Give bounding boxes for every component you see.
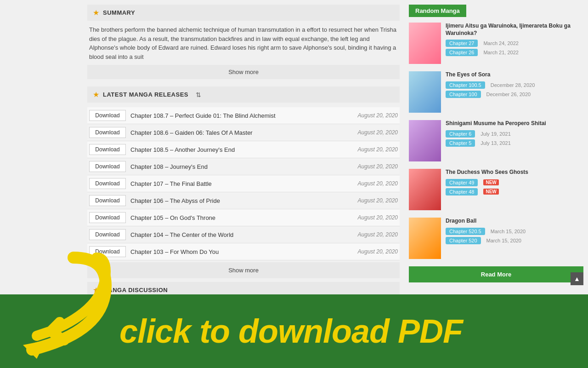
chapter-row: Download Chapter 104 – The Center of the… [87, 226, 400, 243]
chapter-badge[interactable]: Chapter 48 [446, 188, 478, 196]
chapter-badge[interactable]: Chapter 5 [446, 139, 475, 147]
manga-title: Shinigami Musume ha Peropero Shitai [446, 120, 583, 127]
arrow-container [14, 248, 115, 368]
chapter-row: Download Chapter 108.6 – Gaiden 06: Tale… [87, 124, 400, 141]
manga-cards: Ijimeru Aitsu ga Waruinoka, Ijimerareta … [409, 23, 583, 259]
chapter-list: Download Chapter 108.7 – Perfect Guide 0… [87, 107, 400, 260]
chapter-row: Download Chapter 107 – The Final Battle … [87, 175, 400, 192]
chapter-name: Chapter 103 – For Whom Do You [130, 248, 347, 255]
chapter-badge[interactable]: Chapter 26 [446, 49, 478, 56]
download-button[interactable]: Download [89, 212, 126, 223]
releases-section: ★ LATEST MANGA RELEASES ⇅ Download Chapt… [87, 86, 400, 278]
manga-info: Ijimeru Aitsu ga Waruinoka, Ijimerareta … [446, 23, 583, 64]
chapter-date: August 20, 2020 [347, 231, 398, 238]
right-sidebar: Random Manga Ijimeru Aitsu ga Waruinoka,… [404, 0, 588, 287]
chapter-name: Chapter 108.5 – Another Journey's End [130, 146, 347, 153]
chapter-date: August 20, 2020 [347, 163, 398, 170]
releases-header: ★ LATEST MANGA RELEASES ⇅ [87, 86, 400, 103]
chapter-row: Download Chapter 103 – For Whom Do You A… [87, 243, 400, 260]
chapter-date: August 20, 2020 [347, 214, 398, 221]
download-button[interactable]: Download [89, 161, 126, 172]
download-button[interactable]: Download [89, 195, 126, 206]
chapter-name: Chapter 105 – On God's Throne [130, 214, 347, 221]
manga-title: The Duchess Who Sees Ghosts [446, 169, 583, 176]
chapter-date: August 20, 2020 [347, 248, 398, 255]
manga-info: Dragon Ball Chapter 520.5 March 15, 2020… [446, 218, 583, 259]
manga-title: The Eyes of Sora [446, 71, 583, 79]
chapter-name: Chapter 108.7 – Perfect Guide 01: The Bl… [130, 112, 347, 119]
chapter-date-small: December 26, 2020 [486, 92, 531, 97]
chapter-badge[interactable]: Chapter 6 [446, 130, 475, 138]
random-manga-header: Random Manga [409, 5, 466, 17]
download-button[interactable]: Download [89, 178, 126, 189]
chapter-name: Chapter 107 – The Final Battle [130, 180, 347, 187]
summary-section: ★ SUMMARY The brothers perform the banne… [87, 0, 400, 84]
bottom-section: click to download PDF [0, 294, 588, 368]
chapter-row-badge: Chapter 49 NEW [446, 179, 583, 186]
chapter-date: August 20, 2020 [347, 129, 398, 136]
manga-thumbnail[interactable] [409, 218, 441, 259]
chapter-name: Chapter 108 – Journey's End [130, 163, 347, 170]
chapter-date: August 20, 2020 [347, 197, 398, 204]
chapter-name: Chapter 108.6 – Gaiden 06: Tales Of A Ma… [130, 129, 347, 136]
chapter-row-badge: Chapter 26 March 21, 2022 [446, 49, 583, 56]
releases-show-more-button[interactable]: Show more [87, 262, 400, 278]
chapter-row: Download Chapter 105 – On God's Throne A… [87, 209, 400, 226]
chapter-date: August 20, 2020 [347, 180, 398, 187]
chapter-date-small: March 21, 2022 [483, 50, 518, 55]
manga-thumbnail[interactable] [409, 23, 441, 64]
releases-title: LATEST MANGA RELEASES [103, 91, 188, 98]
download-button[interactable]: Download [89, 127, 126, 138]
download-button[interactable]: Download [89, 110, 126, 121]
scroll-to-top-button[interactable]: ▲ [571, 272, 583, 285]
new-badge: NEW [483, 189, 498, 195]
summary-star-icon: ★ [93, 8, 99, 17]
chapter-row: Download Chapter 108.5 – Another Journey… [87, 141, 400, 158]
manga-thumbnail[interactable] [409, 169, 441, 210]
download-button[interactable]: Download [89, 144, 126, 155]
chapter-badge[interactable]: Chapter 100.5 [446, 81, 485, 89]
chapter-date-small: March 15, 2020 [486, 238, 521, 243]
chapter-row-badge: Chapter 5 July 13, 2021 [446, 139, 583, 147]
new-badge: NEW [483, 179, 498, 185]
sort-icon[interactable]: ⇅ [196, 91, 201, 98]
download-button[interactable]: Download [89, 229, 126, 240]
chapter-date-small: March 15, 2020 [491, 229, 526, 234]
chapter-row-badge: Chapter 48 NEW [446, 188, 583, 196]
chapter-date: August 20, 2020 [347, 146, 398, 153]
manga-card: Ijimeru Aitsu ga Waruinoka, Ijimerareta … [409, 23, 583, 64]
chapter-badge[interactable]: Chapter 100 [446, 91, 481, 98]
chapter-badge[interactable]: Chapter 520.5 [446, 228, 485, 235]
manga-card: The Duchess Who Sees Ghosts Chapter 49 N… [409, 169, 583, 210]
chapter-name: Chapter 104 – The Center of the World [130, 231, 347, 238]
manga-info: Shinigami Musume ha Peropero Shitai Chap… [446, 120, 583, 161]
chapter-date-small: July 13, 2021 [481, 140, 510, 146]
manga-thumbnail[interactable] [409, 71, 441, 113]
manga-title: Dragon Ball [446, 218, 583, 225]
manga-thumbnail[interactable] [409, 120, 441, 161]
manga-info: The Duchess Who Sees Ghosts Chapter 49 N… [446, 169, 583, 210]
main-column: ★ SUMMARY The brothers perform the banne… [83, 0, 404, 303]
chapter-date-small: July 19, 2021 [481, 131, 510, 137]
chapter-badge[interactable]: Chapter 27 [446, 40, 478, 47]
chapter-row-badge: Chapter 27 March 24, 2022 [446, 40, 583, 47]
chapter-row: Download Chapter 106 – The Abyss of Prid… [87, 192, 400, 209]
manga-card: Shinigami Musume ha Peropero Shitai Chap… [409, 120, 583, 161]
read-more-button[interactable]: Read More [409, 266, 583, 282]
chapter-row: Download Chapter 108.7 – Perfect Guide 0… [87, 107, 400, 124]
chapter-date-small: March 24, 2022 [483, 40, 518, 46]
releases-star-icon: ★ [93, 90, 99, 99]
chapter-row-badge: Chapter 520.5 March 15, 2020 [446, 228, 583, 235]
chapter-row-badge: Chapter 6 July 19, 2021 [446, 130, 583, 138]
download-arrow-icon [14, 248, 115, 368]
chapter-row: Download Chapter 108 – Journey's End Aug… [87, 158, 400, 175]
chapter-date-small: December 28, 2020 [491, 82, 535, 88]
summary-header: ★ SUMMARY [87, 5, 400, 21]
chapter-badge[interactable]: Chapter 49 [446, 179, 478, 186]
chapter-badge[interactable]: Chapter 520 [446, 237, 481, 244]
chapter-name: Chapter 106 – The Abyss of Pride [130, 197, 347, 204]
manga-title: Ijimeru Aitsu ga Waruinoka, Ijimerareta … [446, 23, 583, 37]
manga-card: Dragon Ball Chapter 520.5 March 15, 2020… [409, 218, 583, 259]
manga-info: The Eyes of Sora Chapter 100.5 December … [446, 71, 583, 113]
summary-show-more-button[interactable]: Show more [87, 65, 400, 79]
